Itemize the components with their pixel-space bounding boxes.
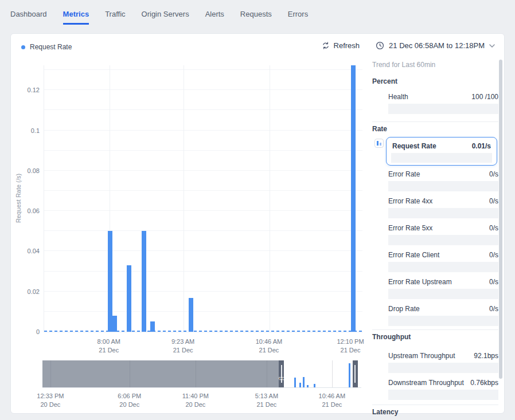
clock-icon xyxy=(376,41,384,50)
nav-item-alerts[interactable]: Alerts xyxy=(205,10,224,25)
metric-value: 0.01/s xyxy=(472,142,491,150)
nav-item-requests[interactable]: Requests xyxy=(240,10,272,25)
horizontal-resize-cursor-icon: ↔ xyxy=(278,372,286,382)
metric-label: Downstream Throughput xyxy=(388,379,464,387)
sparkline-placeholder xyxy=(388,235,498,245)
metric-row-error-rate-4xx[interactable]: Error Rate 4xx 0/s xyxy=(388,197,498,218)
legend-dot-icon xyxy=(21,45,25,49)
brush-bar xyxy=(314,384,315,387)
date-range-label: 21 Dec 06:58AM to 12:18PM xyxy=(389,41,485,50)
brush-tick-label: 11:40 PM20 Dec xyxy=(182,392,209,409)
brush-unselected-overlay[interactable] xyxy=(42,360,282,387)
main-plot xyxy=(44,65,362,332)
metric-value: 0/s xyxy=(489,170,498,178)
top-nav: Dashboard Metrics Traffic Origin Servers… xyxy=(0,0,515,25)
range-brush: ↔ xyxy=(42,360,361,388)
gridline-horizontal xyxy=(44,291,362,292)
gridline-horizontal xyxy=(44,311,362,312)
nav-item-errors[interactable]: Errors xyxy=(288,10,308,25)
brush-bar xyxy=(299,383,301,387)
y-tick-label: 0.1 xyxy=(31,127,40,134)
metric-row-downstream-throughput[interactable]: Downstream Throughput 0.76kbps xyxy=(388,379,498,400)
metric-value: 0/s xyxy=(489,224,498,232)
sparkline-placeholder xyxy=(388,363,498,373)
metric-row-health[interactable]: Health 100 /100 xyxy=(388,93,498,114)
gridline-horizontal xyxy=(44,150,362,151)
metric-label: Health xyxy=(388,93,408,101)
x-tick-label: 8:00 AM21 Dec xyxy=(97,337,120,355)
section-title-percent: Percent xyxy=(372,77,397,85)
metric-label: Error Rate Client xyxy=(388,251,439,259)
metric-value: 0/s xyxy=(489,278,498,286)
gridline-horizontal xyxy=(44,190,362,191)
date-range-picker[interactable]: 21 Dec 06:58AM to 12:18PM xyxy=(376,41,495,50)
brush-tick-label: 5:13 AM21 Dec xyxy=(255,392,278,409)
sparkline-placeholder xyxy=(388,390,498,400)
metric-label: Request Rate xyxy=(392,142,436,150)
chart-bar xyxy=(112,316,117,332)
baseline-dash-series xyxy=(44,331,362,332)
chart-legend[interactable]: Request Rate xyxy=(21,43,72,51)
panel-header-actions: Refresh 21 Dec 06:58AM to 12:18PM xyxy=(322,41,495,50)
sparkline-placeholder xyxy=(388,316,498,326)
metric-label: Drop Rate xyxy=(388,305,420,313)
metric-value: 0/s xyxy=(489,251,498,259)
refresh-button[interactable]: Refresh xyxy=(322,41,360,50)
gridline-horizontal xyxy=(44,69,362,70)
metric-row-request-rate-selected[interactable]: Request Rate 0.01/s xyxy=(386,137,497,166)
gridline-horizontal xyxy=(44,250,362,251)
brush-bar xyxy=(303,377,305,387)
x-tick-label: 10:46 AM21 Dec xyxy=(256,337,282,355)
metric-label: Error Rate 4xx xyxy=(388,197,432,205)
gridline-vertical xyxy=(270,65,270,332)
refresh-icon xyxy=(322,41,330,50)
y-tick-label: 0.02 xyxy=(28,288,40,295)
metrics-panel: Request Rate Refresh 21 Dec 06:58AM to 1… xyxy=(10,33,505,414)
x-axis-ticks: 8:00 AM21 Dec9:23 AM21 Dec10:46 AM21 Dec… xyxy=(44,337,362,357)
metric-value: 0/s xyxy=(489,305,498,313)
y-axis-ticks: 00.020.040.060.080.10.12 xyxy=(11,65,40,332)
nav-item-dashboard[interactable]: Dashboard xyxy=(10,10,47,25)
section-title-rate: Rate xyxy=(372,125,387,133)
brush-tick-label: 12:33 PM20 Dec xyxy=(37,392,64,409)
chart-bar xyxy=(351,65,356,332)
y-tick-label: 0.06 xyxy=(28,207,40,214)
chart-bar xyxy=(142,231,146,332)
metric-row-error-rate-upstream[interactable]: Error Rate Upstream 0/s xyxy=(388,278,498,299)
metric-value: 0.76kbps xyxy=(470,379,498,387)
gridline-horizontal xyxy=(44,230,362,231)
sidebar-scrollbar[interactable] xyxy=(499,60,502,379)
brush-tick-label: 10:46 AM21 Dec xyxy=(319,392,345,409)
metric-label: Error Rate xyxy=(388,170,420,178)
y-tick-label: 0 xyxy=(36,328,40,335)
metric-row-error-rate-5xx[interactable]: Error Rate 5xx 0/s xyxy=(388,224,498,245)
gridline-horizontal xyxy=(44,271,362,272)
brush-bar xyxy=(349,363,350,387)
brush-gridline-vertical xyxy=(267,360,267,387)
brush-gridline-vertical xyxy=(130,360,130,387)
metric-row-upstream-throughput[interactable]: Upstream Throughput 92.1bps xyxy=(388,352,498,373)
sparkline-placeholder xyxy=(388,262,498,272)
y-tick-label: 0.08 xyxy=(28,167,40,174)
nav-item-metrics[interactable]: Metrics xyxy=(63,10,89,25)
section-title-latency: Latency xyxy=(372,408,398,416)
gridline-vertical xyxy=(184,65,184,332)
legend-label: Request Rate xyxy=(30,43,72,51)
trend-title: Trend for Last 60min xyxy=(372,61,435,69)
metric-value: 0/s xyxy=(489,197,498,205)
y-tick-label: 0.12 xyxy=(28,87,40,93)
metric-row-error-rate[interactable]: Error Rate 0/s xyxy=(388,170,498,191)
metric-row-error-rate-client[interactable]: Error Rate Client 0/s xyxy=(388,251,498,272)
brush-axis-ticks: 12:33 PM20 Dec6:06 PM20 Dec11:40 PM20 De… xyxy=(42,392,361,411)
trend-sidebar: Trend for Last 60min Percent Health 100 … xyxy=(372,60,498,414)
brush-bar xyxy=(307,385,309,387)
metric-row-drop-rate[interactable]: Drop Rate 0/s xyxy=(388,305,498,326)
sparkline-placeholder xyxy=(391,153,492,163)
brush-gridline-vertical xyxy=(50,360,51,387)
gridline-horizontal xyxy=(44,130,362,131)
brush-handle-right[interactable] xyxy=(353,360,358,387)
nav-item-origin-servers[interactable]: Origin Servers xyxy=(142,10,189,25)
x-tick-label: 9:23 AM21 Dec xyxy=(171,337,194,355)
gridline-horizontal xyxy=(44,89,362,90)
nav-item-traffic[interactable]: Traffic xyxy=(105,10,125,25)
